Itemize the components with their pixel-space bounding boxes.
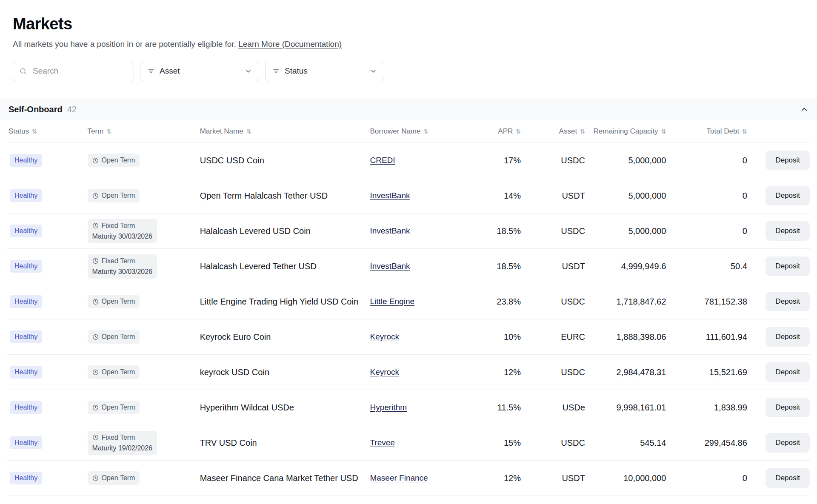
table-row[interactable]: Healthy Open Term USDC USD Coin CREDI 17… [7,143,810,178]
column-header-status[interactable]: Status ⇅ [7,127,88,136]
table-row[interactable]: Healthy Fixed Term Maturity 30/03/2026 H… [7,214,810,249]
total-debt-value: 15,521.69 [666,367,747,377]
deposit-button[interactable]: Deposit [766,186,810,205]
asset-value: USDe [521,403,585,413]
clock-icon [92,475,99,481]
borrower-link[interactable]: Trevee [370,438,394,447]
borrower-link[interactable]: Hyperithm [370,403,407,412]
borrower-link[interactable]: InvestBank [370,191,410,200]
remaining-capacity-value: 9,998,161.01 [585,403,666,413]
sort-icon: ⇅ [246,128,251,135]
borrower-link[interactable]: CREDI [370,156,395,165]
clock-icon [92,434,99,441]
asset-value: USDT [521,473,585,483]
total-debt-value: 781,152.38 [666,297,747,307]
table-row[interactable]: Healthy Open Term keyrock USD Coin Keyro… [7,355,810,390]
clock-icon [92,222,99,229]
sort-icon: ⇅ [661,128,666,135]
column-header-asset[interactable]: Asset ⇅ [521,127,585,136]
status-badge: Healthy [10,295,42,308]
table-row[interactable]: Healthy Open Term Keyrock Euro Coin Keyr… [7,319,810,355]
term-label: Fixed Term [102,434,135,441]
total-debt-value: 0 [666,473,747,483]
deposit-button[interactable]: Deposit [766,327,810,347]
section-count: 42 [67,105,77,114]
table-row[interactable]: Healthy Open Term Maseer Finance Cana Ma… [7,461,810,496]
apr-value: 10% [447,332,521,342]
apr-value: 18.5% [447,262,521,271]
table-row[interactable]: Healthy Fixed Term Maturity 30/03/2026 H… [7,249,810,284]
clock-icon [92,299,99,305]
deposit-button[interactable]: Deposit [766,468,810,488]
column-header-term[interactable]: Term ⇅ [88,127,200,136]
status-badge: Healthy [10,366,42,379]
asset-filter-dropdown[interactable]: Asset [140,61,259,81]
clock-icon [92,334,99,340]
deposit-button[interactable]: Deposit [766,151,810,170]
market-name: keyrock USD Coin [200,367,370,377]
total-debt-value: 0 [666,191,747,201]
clock-icon [92,193,99,199]
term-badge: Open Term [88,295,140,308]
total-debt-value: 1,838.99 [666,403,747,413]
sort-icon: ⇅ [742,128,747,135]
market-name: Maseer Finance Cana Market Tether USD [200,473,370,483]
clock-icon [92,404,99,411]
remaining-capacity-value: 5,000,000 [585,156,666,165]
documentation-link[interactable]: Learn More (Documentation) [238,40,342,48]
deposit-button[interactable]: Deposit [766,398,810,417]
column-header-market-name[interactable]: Market Name ⇅ [200,127,370,136]
borrower-link[interactable]: Keyrock [370,367,399,376]
table-header-row: Status ⇅ Term ⇅ Market Name ⇅ Borrower N… [7,120,810,143]
apr-value: 12% [447,367,521,377]
table-row[interactable]: Healthy Fixed Term Maturity 19/02/2026 T… [7,425,810,461]
asset-value: USDC [521,226,585,236]
remaining-capacity-value: 545.14 [585,438,666,448]
column-header-total-debt[interactable]: Total Debt ⇅ [666,127,747,136]
status-filter-label: Status [285,66,308,76]
section-title: Self-Onboard [9,105,63,114]
status-badge: Healthy [10,154,42,167]
sort-icon: ⇅ [516,128,521,135]
column-label: Market Name [200,127,243,136]
term-badge: Open Term [88,365,140,379]
total-debt-value: 111,601.94 [666,332,747,342]
column-header-apr[interactable]: APR ⇅ [447,127,521,136]
table-row[interactable]: Healthy Open Term Open Term Halalcash Te… [7,178,810,214]
asset-value: USDC [521,297,585,307]
remaining-capacity-value: 1,718,847.62 [585,297,666,307]
term-badge: Open Term [88,189,140,202]
sort-icon: ⇅ [424,128,429,135]
filter-icon [147,67,155,75]
search-input[interactable] [32,66,128,76]
market-name: USDC USD Coin [200,156,370,165]
borrower-link[interactable]: Little Engine [370,297,414,306]
page-title: Markets [13,15,810,33]
deposit-button[interactable]: Deposit [766,221,810,241]
deposit-button[interactable]: Deposit [766,433,810,453]
chevron-down-icon [370,68,377,75]
search-box[interactable] [13,61,134,81]
chevron-up-icon[interactable] [800,105,808,114]
term-label: Fixed Term [102,222,135,230]
borrower-link[interactable]: Keyrock [370,332,399,341]
deposit-button[interactable]: Deposit [766,256,810,276]
section-header-self-onboard[interactable]: Self-Onboard 42 [0,99,817,120]
market-name: Hyperithm Wildcat USDe [200,403,370,413]
table-row[interactable]: Healthy Open Term Little Engine Trading … [7,284,810,319]
term-badge: Fixed Term Maturity 19/02/2026 [88,431,157,455]
borrower-link[interactable]: InvestBank [370,262,410,271]
page-subtitle: All markets you have a position in or ar… [13,40,810,49]
table-row[interactable]: Healthy Open Term Hyperithm Wildcat USDe… [7,390,810,425]
deposit-button[interactable]: Deposit [766,292,810,311]
deposit-button[interactable]: Deposit [766,362,810,382]
status-badge: Healthy [10,401,42,414]
column-label: Remaining Capacity [593,127,658,136]
term-label: Open Term [102,192,135,199]
column-label: Status [9,127,29,136]
borrower-link[interactable]: Maseer Finance [370,473,428,482]
borrower-link[interactable]: InvestBank [370,226,410,235]
column-header-remaining-capacity[interactable]: Remaining Capacity ⇅ [585,127,666,136]
column-header-borrower-name[interactable]: Borrower Name ⇅ [370,127,447,136]
status-filter-dropdown[interactable]: Status [265,61,384,81]
